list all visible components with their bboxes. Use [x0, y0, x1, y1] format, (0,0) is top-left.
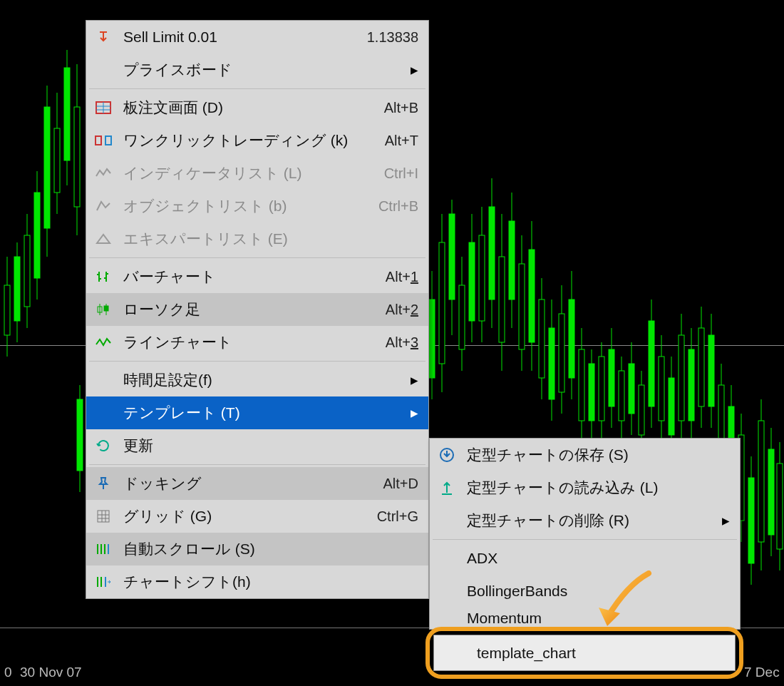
menu-label: ADX — [467, 550, 740, 567]
shortcut: Ctrl+G — [377, 508, 418, 525]
svg-rect-31 — [489, 207, 495, 300]
svg-rect-71 — [688, 349, 694, 421]
svg-rect-5 — [24, 235, 30, 307]
annotation-arrow — [577, 570, 656, 642]
svg-rect-3 — [14, 257, 20, 321]
candlestick-icon — [91, 303, 116, 316]
objects-icon — [91, 200, 116, 212]
menu-label: Sell Limit 0.01 — [123, 29, 367, 46]
menu-grid[interactable]: グリッド (G) Ctrl+G — [86, 500, 428, 533]
x-tick: 0 — [4, 665, 12, 680]
submenu-save-template[interactable]: 定型チャートの保存 (S) — [430, 439, 740, 471]
load-icon — [434, 480, 460, 496]
svg-rect-47 — [569, 300, 574, 378]
shortcut: Alt+B — [384, 100, 418, 116]
price-value: 1.13838 — [367, 29, 418, 46]
separator — [89, 257, 425, 258]
menu-label: グリッド (G) — [123, 506, 377, 526]
grid-icon — [91, 510, 116, 523]
submenu-template-chart[interactable]: template_chart — [433, 635, 736, 671]
menu-label: エキスパートリスト (E) — [123, 229, 428, 249]
svg-rect-37 — [519, 264, 525, 349]
chart-shift-icon — [91, 575, 116, 588]
menu-label: バーチャート — [123, 267, 386, 287]
svg-rect-73 — [698, 328, 704, 406]
menu-label: チャートシフト(h) — [123, 572, 428, 592]
menu-bar-chart[interactable]: バーチャート Alt+1 — [86, 260, 428, 293]
submenu-load-template[interactable]: 定型チャートの読み込み (L) — [430, 471, 740, 504]
svg-rect-49 — [579, 349, 584, 421]
svg-rect-33 — [499, 257, 505, 342]
svg-rect-11 — [54, 128, 60, 193]
svg-rect-23 — [449, 214, 455, 300]
shortcut: Alt+T — [385, 133, 418, 149]
menu-line-chart[interactable]: ラインチャート Alt+3 — [86, 326, 428, 359]
menu-label: オブジェクトリスト (b) — [123, 196, 378, 216]
svg-rect-65 — [659, 357, 664, 421]
separator — [89, 464, 425, 465]
expert-icon — [91, 233, 116, 245]
menu-autoscroll[interactable]: 自動スクロール (S) — [86, 533, 428, 565]
svg-rect-45 — [559, 314, 564, 392]
depth-icon — [91, 101, 116, 114]
separator — [433, 539, 737, 540]
menu-indicator-list[interactable]: インディケータリスト (L) Ctrl+I — [86, 157, 428, 190]
submenu-arrow-icon: ▸ — [411, 404, 418, 421]
menu-docking[interactable]: ドッキング Alt+D — [86, 467, 428, 500]
svg-rect-94 — [96, 136, 101, 145]
save-icon — [434, 447, 460, 463]
refresh-icon — [91, 439, 116, 453]
x-tick: 7 Dec — [744, 665, 780, 680]
shortcut: Alt+2 — [386, 302, 418, 318]
svg-rect-7 — [34, 193, 40, 278]
menu-label: 更新 — [123, 436, 428, 456]
svg-rect-25 — [459, 285, 465, 349]
menu-template[interactable]: テンプレート (T) ▸ — [86, 396, 428, 429]
menu-sell-limit[interactable]: Sell Limit 0.01 1.13838 — [86, 21, 428, 53]
svg-rect-63 — [649, 321, 654, 406]
submenu-arrow-icon: ▸ — [411, 61, 418, 78]
submenu-remove-template[interactable]: 定型チャートの削除 (R) ▸ — [430, 504, 740, 537]
svg-rect-51 — [589, 364, 594, 421]
menu-expert-list[interactable]: エキスパートリスト (E) — [86, 222, 428, 255]
svg-rect-87 — [768, 449, 774, 535]
svg-rect-35 — [509, 221, 515, 300]
svg-rect-55 — [609, 349, 614, 406]
svg-rect-106 — [98, 511, 109, 522]
menu-timeframe[interactable]: 時間足設定(f) ▸ — [86, 364, 428, 396]
svg-rect-95 — [105, 136, 111, 145]
separator — [89, 88, 425, 89]
svg-rect-9 — [44, 107, 50, 228]
menu-label: プライスボード — [123, 60, 411, 80]
svg-rect-89 — [777, 464, 783, 549]
svg-rect-85 — [758, 421, 764, 542]
menu-priceboard[interactable]: プライスボード ▸ — [86, 53, 428, 86]
menu-refresh[interactable]: 更新 — [86, 429, 428, 462]
svg-rect-57 — [619, 371, 624, 421]
shortcut: Ctrl+B — [378, 198, 418, 215]
svg-rect-15 — [74, 107, 80, 207]
svg-rect-83 — [748, 478, 754, 563]
autoscroll-icon — [91, 543, 116, 556]
menu-label: テンプレート (T) — [123, 403, 411, 423]
svg-rect-43 — [549, 328, 555, 399]
menu-object-list[interactable]: オブジェクトリスト (b) Ctrl+B — [86, 190, 428, 222]
menu-depth-of-market[interactable]: 板注文画面 (D) Alt+B — [86, 91, 428, 124]
svg-rect-39 — [529, 250, 535, 342]
svg-rect-61 — [639, 385, 644, 435]
svg-rect-41 — [539, 300, 545, 378]
menu-candlesticks[interactable]: ローソク足 Alt+2 — [86, 293, 428, 326]
menu-label: 定型チャートの削除 (R) — [467, 511, 722, 531]
shortcut: Alt+1 — [386, 269, 418, 285]
submenu-arrow-icon: ▸ — [411, 372, 418, 389]
menu-oneclick-trading[interactable]: ワンクリックトレーディング (k) Alt+T — [86, 124, 428, 157]
menu-chart-shift[interactable]: チャートシフト(h) — [86, 565, 428, 598]
menu-label: 自動スクロール (S) — [123, 539, 428, 559]
menu-label: 時間足設定(f) — [123, 370, 411, 390]
menu-label: ドッキング — [123, 473, 383, 493]
menu-label: ワンクリックトレーディング (k) — [123, 130, 385, 150]
svg-rect-59 — [629, 364, 634, 414]
shortcut: Alt+3 — [386, 334, 418, 351]
menu-label: template_chart — [477, 645, 576, 662]
menu-label: インディケータリスト (L) — [123, 163, 384, 183]
